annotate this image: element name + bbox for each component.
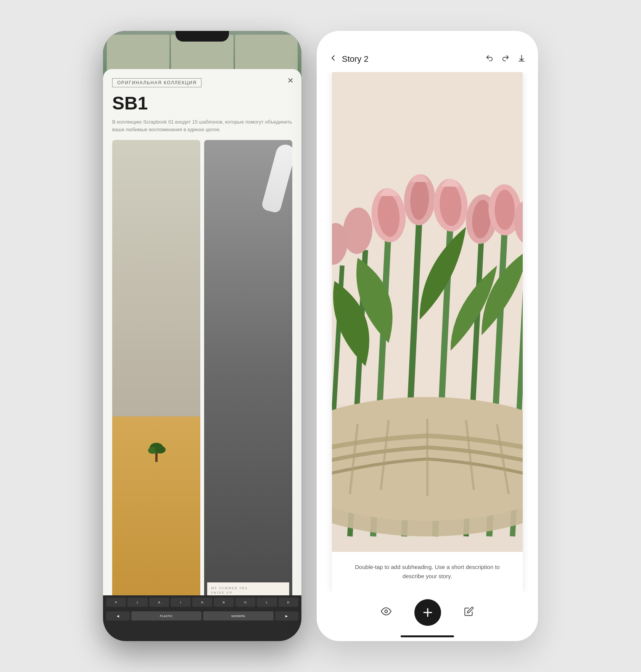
bg-thumb-3 bbox=[235, 35, 298, 73]
story-toolbar bbox=[317, 592, 538, 641]
collection-previews: my summer tra SWIPE UP bbox=[112, 140, 292, 601]
bg-thumb-1 bbox=[107, 35, 169, 73]
story-card: Double-tap to add subheading. Use a shor… bbox=[332, 72, 523, 592]
keyboard-row-1: P L A I N B O L D bbox=[103, 595, 301, 609]
key[interactable]: ◀ bbox=[106, 611, 130, 621]
svg-point-3 bbox=[155, 446, 166, 453]
redo-button[interactable] bbox=[501, 54, 510, 64]
notch-left bbox=[176, 31, 229, 42]
surfboard-icon bbox=[261, 143, 292, 214]
edit-button[interactable] bbox=[464, 606, 474, 619]
undo-button[interactable] bbox=[485, 54, 494, 64]
back-button[interactable] bbox=[329, 54, 337, 64]
modal-close-button[interactable]: ✕ bbox=[287, 76, 294, 85]
key[interactable]: P bbox=[106, 598, 126, 607]
add-element-button[interactable] bbox=[414, 599, 441, 626]
collection-modal: ✕ ОРИГИНАЛЬНАЯ КОЛЛЕКЦИЯ SB1 В коллекцию… bbox=[103, 69, 301, 641]
left-phone: ✕ ОРИГИНАЛЬНАЯ КОЛЛЕКЦИЯ SB1 В коллекцию… bbox=[103, 31, 301, 641]
home-indicator bbox=[401, 635, 454, 637]
right-phone: Story 2 bbox=[317, 31, 538, 641]
key[interactable]: D bbox=[279, 598, 298, 607]
collection-tag: ОРИГИНАЛЬНАЯ КОЛЛЕКЦИЯ bbox=[112, 78, 201, 87]
key[interactable]: L bbox=[257, 598, 277, 607]
key[interactable]: MODERN bbox=[203, 611, 274, 621]
collection-title: SB1 bbox=[112, 93, 292, 114]
preview-card-surf: my summer tra SWIPE UP bbox=[204, 140, 292, 601]
key[interactable]: ▶ bbox=[275, 611, 299, 621]
key[interactable]: L bbox=[127, 598, 147, 607]
key[interactable]: O bbox=[235, 598, 255, 607]
preview-card-desert bbox=[112, 140, 200, 601]
preview-swipe-text: SWIPE UP bbox=[211, 591, 285, 595]
notch-right bbox=[401, 31, 454, 42]
preview-main-text: my summer tra bbox=[211, 586, 285, 590]
key[interactable]: A bbox=[149, 598, 169, 607]
preview-button[interactable] bbox=[381, 606, 391, 619]
key[interactable]: I bbox=[171, 598, 190, 607]
download-button[interactable] bbox=[517, 54, 526, 64]
svg-point-25 bbox=[495, 190, 515, 230]
header-action-icons bbox=[485, 54, 526, 64]
key[interactable]: B bbox=[214, 598, 234, 607]
collection-description: В коллекцию Scrapbook 01 входит 15 шабло… bbox=[112, 118, 292, 133]
keyboard-row-2: ◀ PLASTIC MODERN ▶ bbox=[103, 609, 301, 623]
key[interactable]: PLASTIC bbox=[131, 611, 202, 621]
story-caption[interactable]: Double-tap to add subheading. Use a shor… bbox=[332, 552, 523, 592]
story-title: Story 2 bbox=[342, 54, 481, 64]
caption-text: Double-tap to add subheading. Use a shor… bbox=[355, 564, 499, 579]
story-image bbox=[332, 72, 523, 552]
svg-point-38 bbox=[385, 610, 388, 613]
desert-tree-icon bbox=[145, 440, 168, 463]
key[interactable]: N bbox=[192, 598, 212, 607]
tulips-svg bbox=[332, 72, 523, 552]
story-content: Double-tap to add subheading. Use a shor… bbox=[317, 72, 538, 592]
keyboard: P L A I N B O L D ◀ PLASTIC MODERN ▶ bbox=[103, 595, 301, 641]
